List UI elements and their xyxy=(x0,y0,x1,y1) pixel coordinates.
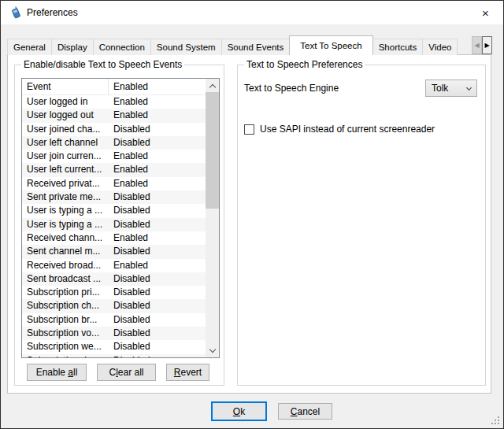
event-row[interactable]: User join curren... Enabled xyxy=(22,150,206,163)
event-name: Subscription we... xyxy=(22,340,109,353)
event-status: Disabled xyxy=(109,313,206,327)
event-row[interactable]: Subscription de... Disabled xyxy=(22,354,206,358)
event-row[interactable]: User is typing a ... Disabled xyxy=(22,218,206,231)
tab-label: Shortcuts xyxy=(379,43,417,52)
tab-connection[interactable]: Connection xyxy=(93,39,151,55)
tab-bar: General Display Connection Sound System … xyxy=(7,35,472,55)
tab-general[interactable]: General xyxy=(7,39,52,55)
event-row[interactable]: Received chann... Enabled xyxy=(22,231,206,245)
titlebar: Preferences × xyxy=(1,1,503,24)
engine-row: Text to Speech Engine Tolk xyxy=(244,80,477,97)
tts-events-group: Enable/disable Text to Speech Events Eve… xyxy=(14,65,224,386)
cancel-button[interactable]: Cancel xyxy=(278,403,332,420)
event-name: Sent channel m... xyxy=(22,245,109,258)
event-row[interactable]: Subscription vo... Disabled xyxy=(22,327,206,340)
event-row[interactable]: Sent channel m... Disabled xyxy=(22,245,206,258)
event-status: Disabled xyxy=(109,123,206,136)
scroll-down-button[interactable] xyxy=(206,344,219,357)
event-status: Disabled xyxy=(109,286,206,299)
revert-button[interactable]: Revert xyxy=(166,364,209,381)
event-row[interactable]: Subscription br... Disabled xyxy=(22,313,206,327)
event-status: Disabled xyxy=(109,327,206,340)
resize-grip[interactable] xyxy=(491,416,501,426)
tab-display[interactable]: Display xyxy=(51,39,94,55)
event-status: Enabled xyxy=(109,259,206,272)
button-label-part: C xyxy=(109,367,116,378)
event-name: User join curren... xyxy=(22,150,109,163)
event-row[interactable]: User joined cha... Disabled xyxy=(22,123,206,136)
event-row[interactable]: User left channel Disabled xyxy=(22,136,206,150)
event-row[interactable]: User left current... Enabled xyxy=(22,163,206,176)
tab-label: Sound System xyxy=(157,43,216,52)
event-name: User joined cha... xyxy=(22,123,109,136)
button-label-part: ll xyxy=(73,367,77,378)
button-mnemonic: R xyxy=(174,367,181,378)
button-label-part: ancel xyxy=(297,406,320,417)
event-row[interactable]: Subscription pri... Disabled xyxy=(22,286,206,299)
event-status: Disabled xyxy=(109,299,206,313)
tab-scroll-right-button[interactable]: ▶ xyxy=(482,36,492,54)
sapi-checkbox-label[interactable]: Use SAPI instead of current screenreader xyxy=(260,124,435,135)
right-arrow-icon: ▶ xyxy=(484,42,489,49)
event-status: Disabled xyxy=(109,204,206,217)
event-row[interactable]: Subscription we... Disabled xyxy=(22,340,206,353)
ok-button[interactable]: Ok xyxy=(211,401,267,421)
event-status: Enabled xyxy=(109,163,206,176)
scroll-up-button[interactable] xyxy=(206,79,219,92)
close-icon: × xyxy=(482,6,489,20)
event-status: Disabled xyxy=(109,218,206,231)
event-row[interactable]: Received privat... Enabled xyxy=(22,177,206,190)
event-name: User left current... xyxy=(22,163,109,176)
button-label-part: ear all xyxy=(118,367,144,378)
event-row[interactable]: User logged out Enabled xyxy=(22,109,206,122)
sapi-check-row: Use SAPI instead of current screenreader xyxy=(244,124,435,135)
sapi-checkbox[interactable] xyxy=(244,124,254,135)
tab-label: Connection xyxy=(99,43,145,52)
window-title: Preferences xyxy=(27,1,78,24)
event-status: Enabled xyxy=(109,177,206,190)
event-row[interactable]: Sent private me... Disabled xyxy=(22,190,206,204)
chevron-down-icon xyxy=(466,84,472,90)
tab-text-to-speech[interactable]: Text To Speech xyxy=(289,35,372,55)
column-header-event[interactable]: Event xyxy=(22,79,109,94)
event-name: User logged in xyxy=(22,95,109,109)
event-row[interactable]: User is typing a ... Disabled xyxy=(22,204,206,217)
button-label-part: Enable xyxy=(36,367,69,378)
tab-shortcuts[interactable]: Shortcuts xyxy=(372,39,424,55)
event-name: Sent private me... xyxy=(22,190,109,204)
clear-all-button[interactable]: Clear all xyxy=(97,364,156,381)
event-name: User is typing a ... xyxy=(22,218,109,231)
close-button[interactable]: × xyxy=(468,1,503,24)
event-status: Disabled xyxy=(109,190,206,204)
tab-sound-events[interactable]: Sound Events xyxy=(221,39,291,55)
event-status: Enabled xyxy=(109,150,206,163)
button-mnemonic: a xyxy=(68,367,73,378)
app-icon xyxy=(9,6,22,19)
event-row[interactable]: Received broad... Enabled xyxy=(22,259,206,272)
event-name: User left channel xyxy=(22,136,109,150)
scrollbar-thumb[interactable] xyxy=(206,92,219,209)
event-status: Disabled xyxy=(109,136,206,150)
tab-sound-system[interactable]: Sound System xyxy=(150,39,222,55)
engine-label: Text to Speech Engine xyxy=(244,83,339,94)
tab-video[interactable]: Video xyxy=(422,39,458,55)
event-row[interactable]: User logged in Enabled xyxy=(22,95,206,109)
event-row[interactable]: Sent broadcast ... Disabled xyxy=(22,272,206,286)
tab-content-pane: Enable/disable Text to Speech Events Eve… xyxy=(7,54,491,394)
button-mnemonic: C xyxy=(291,406,298,417)
enable-all-button[interactable]: Enable all xyxy=(27,364,87,381)
event-status: Disabled xyxy=(109,245,206,258)
engine-combobox[interactable]: Tolk xyxy=(425,80,477,97)
preferences-dialog: Preferences × General Display Connection… xyxy=(0,0,504,429)
tts-events-list[interactable]: Event Enabled User logged in Enabled Use… xyxy=(21,78,220,358)
list-scrollbar[interactable] xyxy=(206,79,219,357)
event-name: User logged out xyxy=(22,109,109,122)
event-status: Disabled xyxy=(109,354,206,358)
tab-label: Display xyxy=(57,43,87,52)
left-arrow-icon: ◀ xyxy=(474,42,479,49)
event-row[interactable]: Subscription ch... Disabled xyxy=(22,299,206,313)
event-status: Disabled xyxy=(109,340,206,353)
event-status: Disabled xyxy=(109,272,206,286)
column-header-enabled[interactable]: Enabled xyxy=(109,79,206,94)
event-name: User is typing a ... xyxy=(22,204,109,217)
